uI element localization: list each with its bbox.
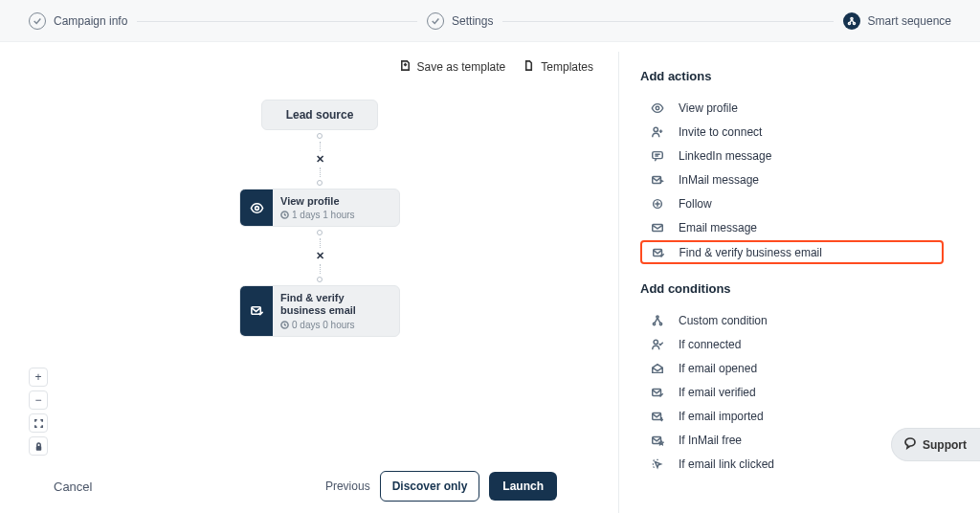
message-icon	[646, 149, 669, 163]
step-campaign-info[interactable]: Campaign info	[19, 12, 137, 30]
envelope-check-icon	[240, 286, 273, 335]
step-settings[interactable]: Settings	[417, 12, 502, 30]
chat-icon	[903, 436, 917, 453]
file-icon	[523, 59, 535, 75]
templates-button[interactable]: Templates	[523, 59, 593, 75]
connector: ✕	[38, 130, 601, 189]
check-icon	[29, 12, 46, 30]
node-view-profile[interactable]: View profile 1 days 1 hours	[239, 189, 400, 227]
svg-point-8	[656, 106, 659, 110]
envelope-send-icon	[646, 173, 669, 187]
launch-button[interactable]: Launch	[489, 472, 557, 501]
svg-point-1	[848, 22, 850, 24]
follow-icon	[646, 197, 669, 211]
actions-list: View profile Invite to connect LinkedIn …	[640, 97, 944, 264]
node-title: Find & verify business email	[280, 292, 391, 317]
action-find-verify-email[interactable]: Find & verify business email	[640, 240, 944, 264]
action-email-message[interactable]: Email message	[640, 216, 944, 239]
eye-icon	[646, 101, 669, 115]
node-delay: 1 days 1 hours	[280, 210, 391, 220]
condition-if-email-imported[interactable]: If email imported	[640, 405, 944, 428]
condition-custom[interactable]: Custom condition	[640, 309, 944, 332]
zoom-in-button[interactable]: +	[29, 368, 48, 387]
cancel-button[interactable]: Cancel	[54, 480, 92, 494]
canvas-toolbar: Save as template Templates	[399, 59, 593, 75]
envelope-import-icon	[646, 410, 669, 423]
save-icon	[399, 59, 412, 75]
envelope-check-icon	[646, 386, 669, 399]
support-button[interactable]: Support	[891, 428, 980, 461]
sequence-icon	[843, 12, 860, 30]
user-plus-icon	[646, 125, 669, 139]
button-label: Save as template	[417, 60, 506, 74]
step-label: Smart sequence	[868, 14, 951, 28]
node-delay: 0 days 0 hours	[280, 320, 391, 330]
progress-stepper: Campaign info Settings Smart sequence	[0, 0, 980, 42]
svg-point-16	[653, 323, 655, 324]
envelope-open-icon	[646, 362, 669, 375]
svg-point-3	[255, 206, 258, 210]
envelope-star-icon	[646, 434, 669, 447]
svg-point-2	[853, 22, 855, 24]
condition-if-connected[interactable]: If connected	[640, 333, 944, 356]
action-invite-connect[interactable]: Invite to connect	[640, 121, 944, 144]
action-view-profile[interactable]: View profile	[640, 97, 944, 120]
svg-point-9	[654, 127, 657, 131]
previous-button[interactable]: Previous	[325, 480, 370, 493]
svg-point-17	[659, 323, 661, 324]
cursor-click-icon	[646, 457, 669, 471]
connector: ✕	[38, 227, 601, 285]
svg-rect-10	[653, 152, 663, 159]
zoom-out-button[interactable]: −	[29, 390, 48, 410]
add-actions-heading: Add actions	[640, 69, 944, 83]
svg-rect-7	[35, 446, 41, 451]
save-as-template-button[interactable]: Save as template	[399, 59, 506, 75]
step-smart-sequence[interactable]: Smart sequence	[834, 12, 961, 30]
svg-point-15	[657, 316, 658, 318]
svg-point-0	[851, 17, 853, 19]
svg-point-18	[654, 340, 657, 344]
envelope-check-icon	[647, 246, 670, 259]
eye-icon	[240, 190, 273, 226]
discover-only-button[interactable]: Discover only	[380, 471, 480, 502]
step-label: Settings	[452, 14, 493, 28]
add-conditions-heading: Add conditions	[640, 281, 944, 296]
check-icon	[427, 12, 444, 30]
action-linkedin-message[interactable]: LinkedIn message	[640, 145, 944, 167]
lock-button[interactable]	[29, 436, 48, 456]
user-check-icon	[646, 338, 669, 351]
condition-if-email-opened[interactable]: If email opened	[640, 357, 944, 380]
support-label: Support	[923, 438, 967, 452]
node-find-verify-email[interactable]: Find & verify business email 0 days 0 ho…	[239, 285, 400, 336]
zoom-controls: + −	[29, 368, 48, 456]
node-title: View profile	[280, 195, 391, 208]
step-label: Campaign info	[54, 14, 127, 28]
envelope-icon	[646, 221, 669, 234]
footer-bar: Cancel Previous Discover only Launch	[0, 471, 601, 502]
sequence-canvas[interactable]: Lead source ✕ View profile 1 days 1 hour…	[38, 100, 601, 456]
condition-if-email-verified[interactable]: If email verified	[640, 381, 944, 404]
fit-view-button[interactable]	[29, 413, 48, 433]
lead-source-node[interactable]: Lead source	[261, 100, 378, 130]
branch-icon	[646, 314, 669, 327]
action-follow[interactable]: Follow	[640, 192, 944, 215]
button-label: Templates	[541, 60, 593, 74]
action-inmail-message[interactable]: InMail message	[640, 168, 944, 191]
